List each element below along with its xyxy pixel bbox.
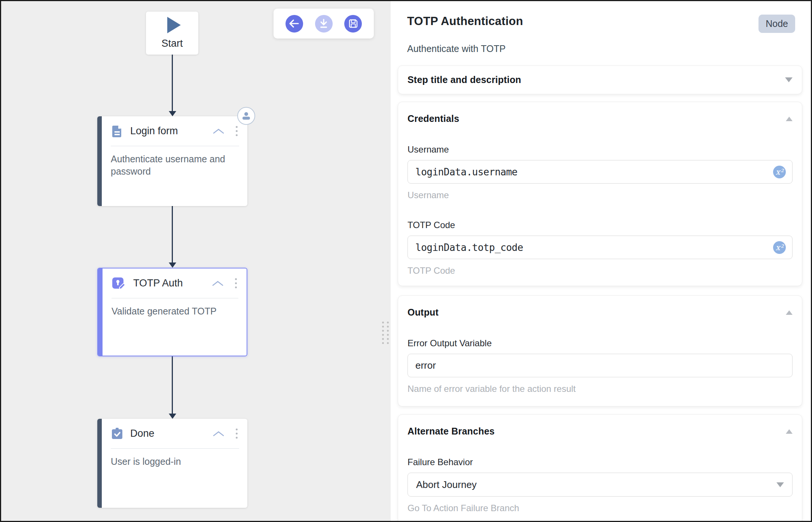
username-label: Username: [407, 144, 793, 155]
kebab-menu-icon[interactable]: [234, 427, 239, 440]
node-header: Done: [111, 419, 239, 449]
save-disk-icon: [348, 18, 358, 29]
panel-header: TOTP Authentication Node: [407, 15, 795, 33]
node-title: Done: [130, 428, 213, 439]
section-title: Alternate Branches: [407, 426, 495, 437]
edge-arrowhead: [169, 111, 176, 116]
save-button[interactable]: [344, 15, 362, 33]
variable-badge-icon[interactable]: x²: [773, 166, 786, 178]
properties-panel: TOTP Authentication Node Authenticate wi…: [391, 1, 812, 521]
username-input[interactable]: [407, 160, 793, 184]
play-icon: [167, 17, 181, 33]
edge-arrowhead: [169, 414, 176, 419]
section-header[interactable]: Credentials: [407, 113, 793, 124]
username-input-wrap: x²: [407, 160, 793, 184]
node-type-badge: Node: [758, 15, 795, 33]
chevron-up-icon[interactable]: [786, 310, 793, 315]
clipboard-check-icon: [111, 427, 123, 440]
node-description: Validate generated TOTP: [112, 298, 238, 317]
section-step-title[interactable]: Step title and description: [398, 65, 802, 94]
edge-arrowhead: [169, 262, 176, 268]
collapse-chevron-icon[interactable]: [213, 128, 225, 134]
chevron-up-icon[interactable]: [786, 429, 793, 434]
node-header: Login form: [111, 116, 239, 146]
failure-behavior-helper: Go To Action Failure Branch: [407, 503, 793, 513]
chevron-down-icon: [776, 482, 784, 487]
section-header[interactable]: Alternate Branches: [407, 426, 793, 437]
section-output: Output Error Output Variable Name of err…: [398, 295, 802, 406]
node-content: Done User is logged-in: [102, 419, 247, 508]
totp-code-helper: TOTP Code: [407, 265, 793, 276]
node-content: TOTP Auth Validate generated TOTP: [103, 268, 247, 356]
chevron-up-icon[interactable]: [786, 117, 793, 121]
node-header: TOTP Auth: [112, 268, 238, 298]
start-node[interactable]: Start: [146, 12, 198, 55]
section-title: Step title and description: [407, 74, 521, 85]
failure-behavior-label: Failure Behavior: [407, 457, 793, 467]
panel-subtitle: Authenticate with TOTP: [407, 43, 795, 54]
journey-editor: Start Login form: [0, 0, 812, 522]
document-icon: [111, 125, 123, 138]
kebab-menu-icon[interactable]: [233, 277, 238, 290]
section-alternate-branches: Alternate Branches Failure Behavior Abor…: [398, 414, 802, 522]
totp-code-label: TOTP Code: [407, 220, 793, 230]
edge-login-to-totp: [172, 206, 173, 263]
selected-value: Abort Journey: [416, 479, 477, 491]
flow-canvas[interactable]: Start Login form: [1, 1, 391, 521]
node-title: Login form: [130, 125, 213, 137]
edge-totp-to-done: [172, 356, 173, 414]
back-button[interactable]: [286, 15, 303, 33]
download-button[interactable]: [315, 15, 333, 33]
section-title: Output: [407, 307, 439, 318]
download-icon: [319, 19, 329, 28]
node-accent-bar: [97, 116, 102, 206]
node-accent-bar: [98, 268, 103, 356]
panel-title: TOTP Authentication: [407, 15, 758, 28]
section-header[interactable]: Output: [407, 307, 793, 318]
panel-resize-handle[interactable]: [380, 320, 390, 346]
person-badge[interactable]: [237, 107, 255, 125]
username-helper: Username: [407, 190, 793, 200]
lock-edit-icon: [112, 276, 126, 291]
collapse-chevron-icon[interactable]: [212, 280, 224, 286]
node-login-form[interactable]: Login form Authenticate username and pas…: [97, 116, 247, 206]
error-variable-input-wrap: [407, 354, 793, 377]
section-title: Credentials: [407, 113, 459, 124]
node-totp-auth[interactable]: TOTP Auth Validate generated TOTP: [97, 268, 247, 356]
node-description: User is logged-in: [111, 449, 239, 468]
kebab-menu-icon[interactable]: [234, 125, 239, 138]
error-variable-input[interactable]: [407, 354, 793, 377]
node-description: Authenticate username and password: [111, 146, 239, 178]
totp-code-input-wrap: x²: [407, 236, 793, 259]
edge-start-to-login: [172, 55, 173, 111]
section-credentials: Credentials Username x² Username TOTP Co…: [398, 102, 802, 286]
node-done[interactable]: Done User is logged-in: [97, 419, 247, 508]
variable-badge-icon[interactable]: x²: [773, 241, 786, 254]
collapse-chevron-icon[interactable]: [213, 431, 225, 437]
person-icon: [241, 111, 251, 121]
node-content: Login form Authenticate username and pas…: [102, 116, 247, 206]
start-node-label: Start: [161, 38, 183, 49]
chevron-down-icon[interactable]: [785, 77, 793, 82]
canvas-toolbar: [274, 9, 374, 39]
failure-behavior-select[interactable]: Abort Journey: [407, 473, 793, 497]
node-accent-bar: [97, 419, 102, 508]
totp-code-input[interactable]: [407, 236, 793, 259]
error-variable-label: Error Output Variable: [407, 338, 793, 348]
back-arrow-icon: [289, 19, 299, 28]
node-title: TOTP Auth: [133, 277, 212, 289]
error-variable-helper: Name of error variable for the action re…: [407, 384, 793, 394]
